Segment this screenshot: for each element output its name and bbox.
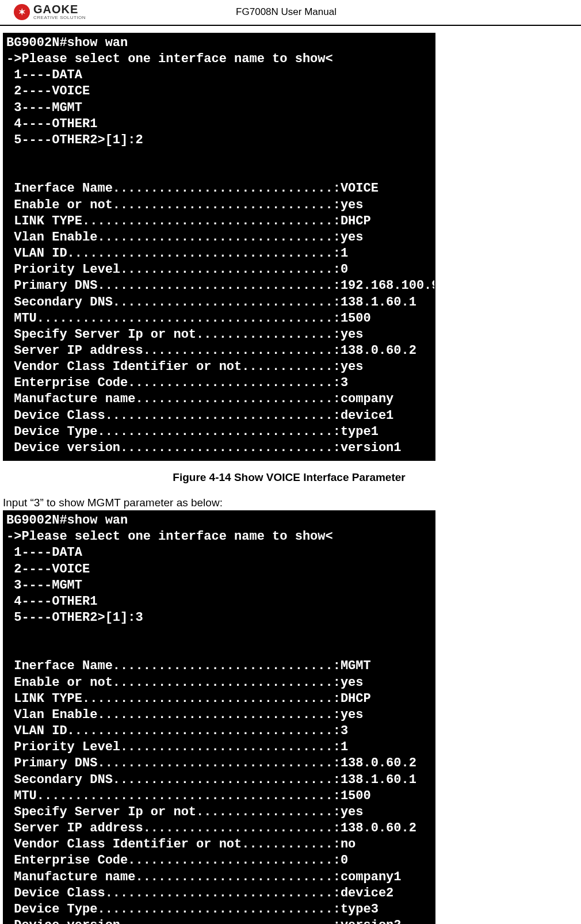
instruction-text: Input “3” to show MGMT parameter as belo… bbox=[3, 497, 575, 509]
logo: ✶ GAOKE CREATIVE SOLUTION bbox=[14, 3, 86, 20]
logo-subtext: CREATIVE SOLUTION bbox=[33, 16, 86, 20]
terminal-figure-4-15: BG9002N#show wan ->Please select one int… bbox=[3, 510, 435, 924]
doc-title: FG7008N User Manual bbox=[86, 6, 487, 18]
figure-caption-4-14: Figure 4-14 Show VOICE Interface Paramet… bbox=[3, 471, 575, 484]
terminal-figure-4-14: BG9002N#show wan ->Please select one int… bbox=[3, 33, 435, 461]
logo-text: GAOKE bbox=[33, 3, 86, 15]
logo-icon: ✶ bbox=[14, 4, 30, 20]
doc-header: ✶ GAOKE CREATIVE SOLUTION FG7008N User M… bbox=[0, 0, 581, 26]
